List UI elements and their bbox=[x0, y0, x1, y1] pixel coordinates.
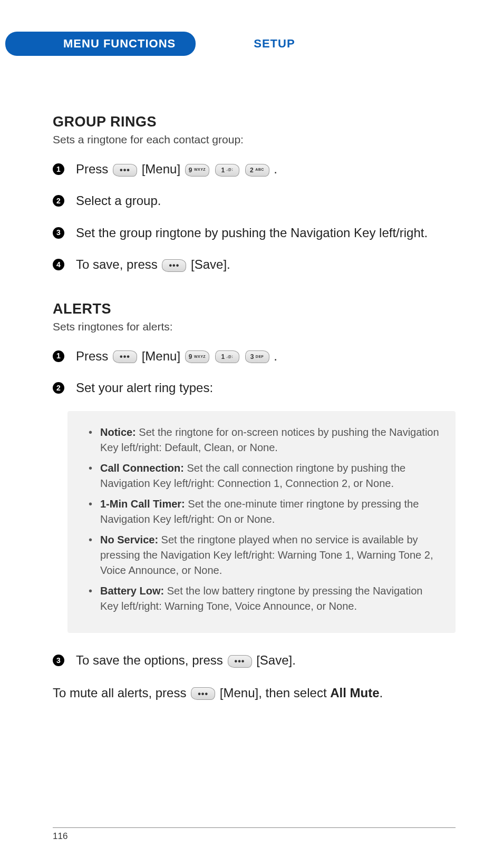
page-number: 116 bbox=[53, 831, 67, 841]
alert-type-item: No Service: Set the ringtone played when… bbox=[89, 532, 440, 578]
group-rings-steps: 1 Press ••• [Menu] 9WXYZ 1.@: 2ABC . 2 S… bbox=[53, 161, 456, 274]
menu-key-icon: ••• bbox=[113, 164, 137, 177]
step-4: 4 To save, press ••• [Save]. bbox=[53, 256, 456, 273]
step-1: 1 Press ••• [Menu] 9WXYZ 1.@: 3DEF . bbox=[53, 348, 456, 365]
step-3: 3 Set the group ringtone by pushing the … bbox=[53, 225, 456, 241]
step-text: To save the options, press bbox=[76, 653, 227, 667]
step-marker-icon: 2 bbox=[53, 382, 64, 394]
menu-label: [Menu] bbox=[142, 162, 180, 176]
step-text: Set the group ringtone by pushing the Na… bbox=[76, 225, 456, 241]
key-3-icon: 3DEF bbox=[245, 350, 269, 363]
alerts-steps-part1: 1 Press ••• [Menu] 9WXYZ 1.@: 3DEF . 2 S… bbox=[53, 348, 456, 397]
alert-type-item: 1-Min Call Timer: Set the one-minute tim… bbox=[89, 496, 440, 527]
step-marker-icon: 3 bbox=[53, 227, 64, 239]
page-header: MENU FUNCTIONS SETUP bbox=[37, 32, 456, 56]
step-text: Select a group. bbox=[76, 192, 456, 209]
menu-key-icon: ••• bbox=[113, 350, 137, 363]
step-tail: . bbox=[274, 349, 277, 363]
step-marker-icon: 3 bbox=[53, 655, 64, 666]
save-key-icon: ••• bbox=[162, 259, 186, 272]
step-tail: . bbox=[274, 162, 277, 176]
alert-type-item: Battery Low: Set the low battery rington… bbox=[89, 583, 440, 614]
key-9-icon: 9WXYZ bbox=[185, 164, 209, 177]
alerts-steps-part2: 3 To save the options, press ••• [Save]. bbox=[53, 652, 456, 669]
alert-types-box: Notice: Set the ringtone for on-screen n… bbox=[67, 411, 456, 633]
step-marker-icon: 1 bbox=[53, 350, 64, 362]
save-label: [Save]. bbox=[256, 653, 296, 667]
group-rings-heading: GROUP RINGS bbox=[53, 114, 456, 130]
menu-functions-tab: MENU FUNCTIONS bbox=[5, 32, 196, 56]
step-2: 2 Select a group. bbox=[53, 192, 456, 209]
key-1-icon: 1.@: bbox=[215, 164, 239, 177]
save-key-icon: ••• bbox=[228, 655, 252, 668]
step-1: 1 Press ••• [Menu] 9WXYZ 1.@: 2ABC . bbox=[53, 161, 456, 178]
step-text: To save, press bbox=[76, 257, 161, 271]
menu-key-icon: ••• bbox=[191, 687, 215, 700]
alerts-sub: Sets ringtones for alerts: bbox=[53, 320, 456, 333]
step-text: Press bbox=[76, 162, 112, 176]
alert-type-item: Notice: Set the ringtone for on-screen n… bbox=[89, 425, 440, 455]
key-1-icon: 1.@: bbox=[215, 350, 239, 363]
step-marker-icon: 1 bbox=[53, 163, 64, 175]
menu-label: [Menu] bbox=[142, 349, 180, 363]
group-rings-sub: Sets a ringtone for each contact group: bbox=[53, 133, 456, 146]
save-label: [Save]. bbox=[191, 257, 230, 271]
step-3: 3 To save the options, press ••• [Save]. bbox=[53, 652, 456, 669]
key-9-icon: 9WXYZ bbox=[185, 350, 209, 363]
mute-instruction: To mute all alerts, press ••• [Menu], th… bbox=[53, 684, 456, 703]
step-text: Set your alert ring types: bbox=[76, 379, 456, 396]
step-marker-icon: 4 bbox=[53, 259, 64, 270]
step-marker-icon: 2 bbox=[53, 195, 64, 207]
step-2: 2 Set your alert ring types: bbox=[53, 379, 456, 396]
setup-label: SETUP bbox=[254, 37, 295, 51]
page-footer: 116 bbox=[53, 827, 456, 842]
alert-type-item: Call Connection: Set the call connection… bbox=[89, 461, 440, 491]
step-text: Press bbox=[76, 349, 112, 363]
key-2-icon: 2ABC bbox=[245, 164, 269, 177]
alerts-heading: ALERTS bbox=[53, 301, 456, 317]
